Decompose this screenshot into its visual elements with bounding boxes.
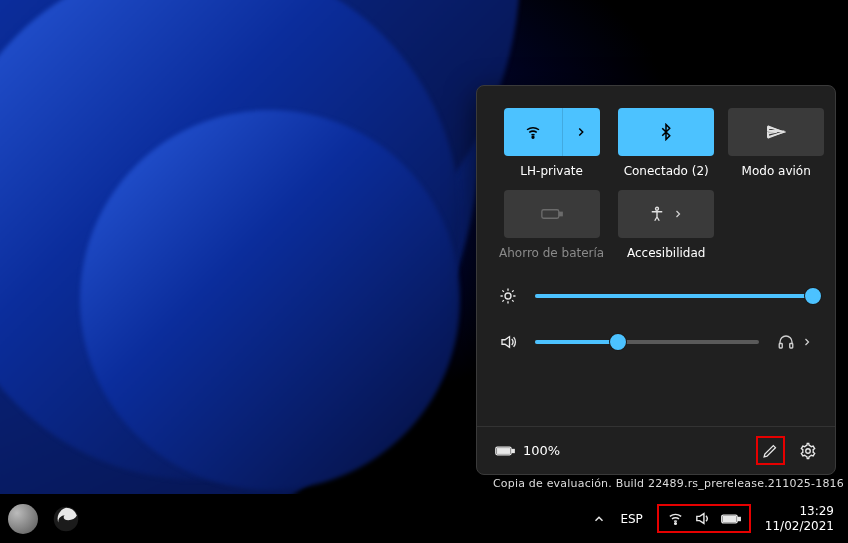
chevron-right-icon — [672, 208, 684, 220]
audio-output-button[interactable] — [777, 333, 795, 351]
clock-date: 11/02/2021 — [765, 519, 834, 534]
wifi-icon — [524, 123, 542, 141]
bluetooth-icon — [657, 123, 675, 141]
svg-point-0 — [532, 136, 534, 138]
settings-button[interactable] — [799, 442, 817, 460]
chevron-right-icon — [574, 125, 588, 139]
battery-saver-tile[interactable] — [504, 190, 600, 238]
battery-percent-text: 100% — [523, 443, 560, 458]
evaluation-watermark: Copia de evaluación. Build 22489.rs_prer… — [493, 477, 844, 490]
start-avatar[interactable] — [8, 504, 38, 534]
volume-slider[interactable] — [535, 332, 759, 352]
brightness-row — [499, 286, 813, 306]
svg-point-10 — [806, 448, 811, 453]
svg-point-3 — [656, 207, 659, 210]
svg-point-12 — [674, 523, 676, 525]
battery-saver-label: Ahorro de batería — [499, 246, 604, 260]
airplane-icon — [766, 122, 786, 142]
clock-time: 13:29 — [765, 504, 834, 519]
battery-icon — [495, 445, 515, 457]
svg-rect-9 — [512, 449, 514, 452]
svg-rect-14 — [723, 516, 735, 521]
wifi-expand[interactable] — [562, 108, 600, 156]
accessibility-label: Accesibilidad — [627, 246, 705, 260]
quick-settings-tiles: LH-private Conectado (2) Modo avión — [499, 108, 813, 260]
brightness-slider[interactable] — [535, 286, 813, 306]
taskbar: ESP 13:29 11/02/2021 — [0, 494, 848, 543]
quick-settings-flyout: LH-private Conectado (2) Modo avión — [476, 85, 836, 475]
chevron-right-icon — [801, 336, 813, 348]
flyout-footer: 100% — [477, 426, 835, 474]
battery-saver-icon — [541, 207, 563, 221]
bluetooth-label: Conectado (2) — [624, 164, 709, 178]
accessibility-icon — [648, 205, 666, 223]
accessibility-tile[interactable] — [618, 190, 714, 238]
svg-rect-5 — [779, 344, 782, 349]
brightness-icon — [499, 287, 517, 305]
airplane-mode-tile[interactable] — [728, 108, 824, 156]
speaker-icon — [694, 510, 711, 527]
wifi-label: LH-private — [520, 164, 582, 178]
svg-rect-2 — [559, 212, 562, 215]
svg-point-4 — [505, 293, 511, 299]
svg-rect-8 — [497, 448, 509, 453]
edit-quick-settings-button[interactable] — [756, 436, 785, 465]
ime-indicator[interactable]: ESP — [620, 512, 642, 526]
wifi-tile[interactable] — [504, 108, 600, 156]
wifi-icon — [667, 510, 684, 527]
svg-rect-1 — [541, 210, 558, 218]
taskbar-clock[interactable]: 13:29 11/02/2021 — [765, 504, 834, 534]
edge-browser-icon[interactable] — [52, 505, 80, 533]
airplane-mode-label: Modo avión — [742, 164, 811, 178]
volume-row — [499, 332, 813, 352]
system-tray[interactable] — [657, 504, 751, 533]
svg-rect-6 — [790, 344, 793, 349]
bluetooth-tile[interactable] — [618, 108, 714, 156]
svg-rect-15 — [738, 517, 740, 520]
speaker-icon — [499, 333, 517, 351]
battery-icon — [721, 513, 741, 525]
tray-chevron-up-icon[interactable] — [592, 512, 606, 526]
wifi-toggle[interactable] — [504, 108, 562, 156]
